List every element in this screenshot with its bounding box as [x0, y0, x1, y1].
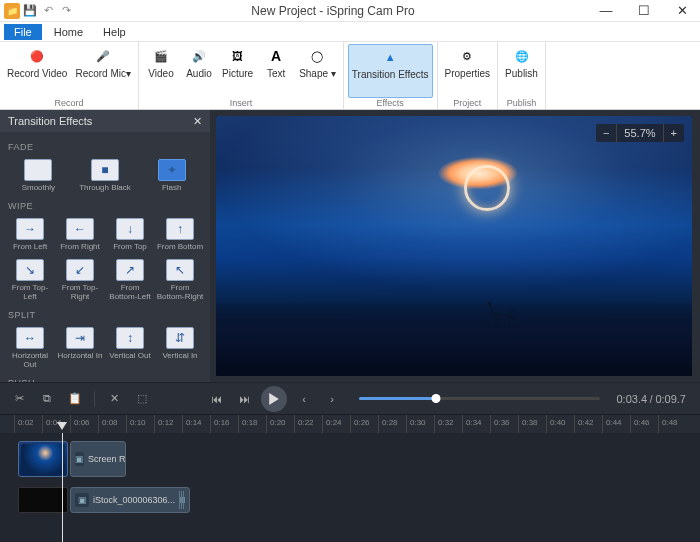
ruler-tick: 0:06	[70, 415, 90, 433]
menubar: File Home Help	[0, 22, 700, 42]
playhead[interactable]	[62, 433, 63, 542]
transition-thumb	[24, 159, 52, 181]
skip-start-button[interactable]: ⏮	[205, 388, 227, 410]
record-video-button[interactable]: 🔴Record Video	[4, 44, 70, 98]
cut-button[interactable]: ✂	[8, 388, 30, 410]
insert-video-button[interactable]: 🎬Video	[143, 44, 179, 98]
ruler-tick: 0:18	[238, 415, 258, 433]
transition-label: Through Black	[79, 183, 131, 192]
transition-label: From Top-Right	[56, 283, 104, 301]
prev-frame-button[interactable]: ‹	[293, 388, 315, 410]
ruler-tick: 0:24	[322, 415, 342, 433]
panel-close-icon[interactable]: ✕	[193, 115, 202, 128]
home-tab[interactable]: Home	[46, 24, 91, 40]
transition-item[interactable]: ■Through Black	[73, 156, 138, 195]
transition-item[interactable]: ✦Flash	[139, 156, 204, 195]
transition-label: From Bottom	[157, 242, 203, 251]
ruler-tick: 0:02	[14, 415, 34, 433]
picture-icon: 🖼	[228, 46, 248, 66]
ruler-tick: 0:28	[378, 415, 398, 433]
close-button[interactable]: ✕	[668, 3, 696, 18]
transition-thumb: →	[16, 218, 44, 240]
deer-silhouette	[483, 296, 525, 332]
track-2[interactable]: ▣ iStock_000006306...	[14, 485, 700, 515]
insert-shape-button[interactable]: ◯Shape ▾	[296, 44, 339, 98]
transition-label: From Bottom-Right	[156, 283, 204, 301]
timeline-ruler[interactable]: 0:020:040:060:080:100:120:140:160:180:20…	[0, 415, 700, 433]
group-title: WIPE	[6, 195, 204, 215]
clip-type-icon: ▣	[75, 452, 84, 466]
ruler-tick: 0:22	[294, 415, 314, 433]
transition-thumb: ✦	[158, 159, 186, 181]
help-tab[interactable]: Help	[95, 24, 134, 40]
transition-item[interactable]: ⇥Horizontal In	[56, 324, 104, 372]
transition-item[interactable]: ⇵Vertical In	[156, 324, 204, 372]
quick-access-toolbar: 📁 💾 ↶ ↷	[4, 3, 74, 19]
transition-item[interactable]: ↖From Bottom-Right	[156, 256, 204, 304]
window-title: New Project - iSpring Cam Pro	[74, 4, 592, 18]
transition-label: From Left	[13, 242, 47, 251]
insert-picture-button[interactable]: 🖼Picture	[219, 44, 256, 98]
transition-item[interactable]: Smoothly	[6, 156, 71, 195]
ruler-tick: 0:46	[630, 415, 650, 433]
play-button[interactable]	[261, 386, 287, 412]
transition-item[interactable]: ↔Horizontal Out	[6, 324, 54, 372]
transition-effects-button[interactable]: ▲Transition Effects	[348, 44, 433, 98]
timeline: 0:020:040:060:080:100:120:140:160:180:20…	[0, 414, 700, 542]
transition-thumb: ↔	[16, 327, 44, 349]
ruler-tick: 0:42	[574, 415, 594, 433]
ruler-tick: 0:20	[266, 415, 286, 433]
transition-item[interactable]: ↗From Bottom-Left	[106, 256, 154, 304]
crop-button[interactable]: ⬚	[131, 388, 153, 410]
transition-item[interactable]: ↘From Top-Left	[6, 256, 54, 304]
preview-viewport[interactable]: − 55.7% +	[216, 116, 692, 376]
transition-icon: ▲	[380, 47, 400, 67]
transition-item[interactable]: ↕Vertical Out	[106, 324, 154, 372]
minimize-button[interactable]: —	[592, 3, 620, 18]
undo-icon[interactable]: ↶	[40, 3, 56, 19]
zoom-control: − 55.7% +	[596, 124, 684, 142]
track-1[interactable]: ▣ Screen R	[14, 439, 700, 479]
record-mic-button[interactable]: 🎤Record Mic▾	[72, 44, 134, 98]
publish-icon: 🌐	[512, 46, 532, 66]
maximize-button[interactable]: ☐	[630, 3, 658, 18]
redo-icon[interactable]: ↷	[58, 3, 74, 19]
transition-label: Vertical Out	[109, 351, 150, 360]
insert-audio-button[interactable]: 🔊Audio	[181, 44, 217, 98]
publish-button[interactable]: 🌐Publish	[502, 44, 541, 98]
playback-controls: ✂ ⧉ 📋 ✕ ⬚ ⏮ ⏭ ‹ › 0:03.4 / 0:09.7	[0, 382, 700, 414]
file-menu[interactable]: File	[4, 24, 42, 40]
group-title: SPLIT	[6, 304, 204, 324]
progress-bar[interactable]	[359, 397, 600, 400]
save-icon[interactable]: 💾	[22, 3, 38, 19]
audio-clip-1[interactable]: ▣ Screen R	[70, 441, 126, 477]
transition-item[interactable]: →From Left	[6, 215, 54, 254]
transition-item[interactable]: ←From Right	[56, 215, 104, 254]
transition-item[interactable]: ↙From Top-Right	[56, 256, 104, 304]
copy-button[interactable]: ⧉	[36, 388, 58, 410]
audio-clip-2[interactable]: ▣ iStock_000006306...	[70, 487, 190, 513]
zoom-in-button[interactable]: +	[663, 124, 684, 142]
video-clip[interactable]	[18, 441, 68, 477]
transition-label: Smoothly	[22, 183, 55, 192]
delete-button[interactable]: ✕	[103, 388, 125, 410]
transition-label: Horizontal Out	[6, 351, 54, 369]
ruler-tick: 0:48	[658, 415, 678, 433]
timeline-tracks[interactable]: ▣ Screen R ▣ iStock_000006306...	[0, 433, 700, 542]
next-frame-button[interactable]: ›	[321, 388, 343, 410]
properties-button[interactable]: ⚙Properties	[442, 44, 494, 98]
transition-label: From Bottom-Left	[106, 283, 154, 301]
paste-button[interactable]: 📋	[64, 388, 86, 410]
titlebar: 📁 💾 ↶ ↷ New Project - iSpring Cam Pro — …	[0, 0, 700, 22]
skip-end-button[interactable]: ⏭	[233, 388, 255, 410]
mic-icon: 🎤	[93, 46, 113, 66]
transition-item[interactable]: ↑From Bottom	[156, 215, 204, 254]
transition-thumb: ↘	[16, 259, 44, 281]
insert-text-button[interactable]: AText	[258, 44, 294, 98]
transition-label: Flash	[162, 183, 182, 192]
ruler-tick: 0:34	[462, 415, 482, 433]
black-clip[interactable]	[18, 487, 68, 513]
transition-item[interactable]: ↓From Top	[106, 215, 154, 254]
zoom-out-button[interactable]: −	[596, 124, 617, 142]
transition-thumb: ↓	[116, 218, 144, 240]
